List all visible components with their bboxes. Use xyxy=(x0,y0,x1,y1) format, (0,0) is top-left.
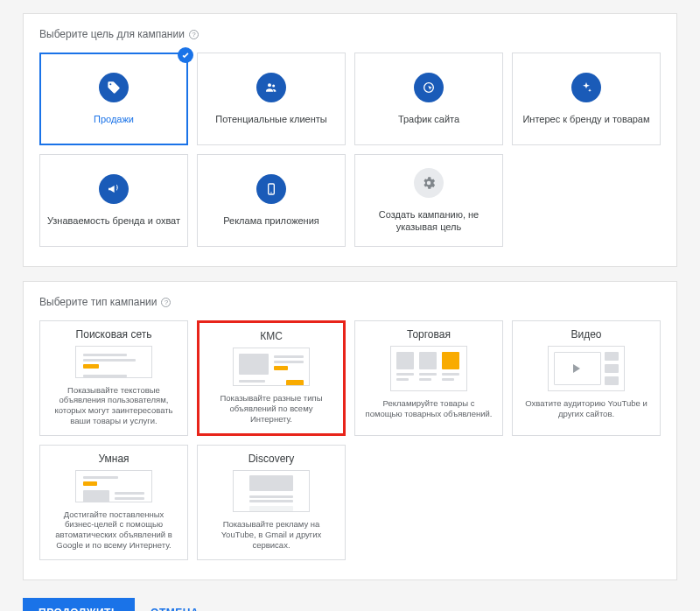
types-title-text: Выберите тип кампании xyxy=(39,296,157,308)
sparkle-icon xyxy=(571,73,601,102)
goal-card[interactable]: Потенциальные клиенты xyxy=(197,53,346,145)
campaign-type-card[interactable]: УмнаяДостигайте поставленных бизнес-целе… xyxy=(39,445,188,560)
campaign-type-card[interactable]: DiscoveryПоказывайте рекламу на YouTube,… xyxy=(197,445,346,560)
goals-panel: Выберите цель для кампании ? ПродажиПоте… xyxy=(23,13,677,267)
megaphone-icon xyxy=(99,174,129,204)
type-description: Показывайте рекламу на YouTube, в Gmail … xyxy=(206,519,336,551)
type-thumbnail xyxy=(548,346,625,391)
campaign-type-card[interactable]: ВидеоОхватите аудиторию YouTube и других… xyxy=(512,320,661,436)
check-icon xyxy=(178,47,193,63)
campaign-type-card[interactable]: ТорговаяРекламируйте товары с помощью то… xyxy=(354,320,503,436)
goal-card[interactable]: Интерес к бренду и товарам xyxy=(512,53,661,145)
type-title: Видео xyxy=(570,328,601,341)
cancel-button[interactable]: ОТМЕНА xyxy=(150,607,199,611)
goal-card[interactable]: Создать кампанию, не указывая цель xyxy=(354,154,503,247)
goal-card[interactable]: Узнаваемость бренда и охват xyxy=(39,154,188,247)
footer: ПРОДОЛЖИТЬ ОТМЕНА xyxy=(23,594,677,611)
goal-label: Создать кампанию, не указывая цель xyxy=(360,208,497,234)
type-title: КМС xyxy=(260,330,283,342)
type-title: Discovery xyxy=(248,453,295,465)
type-thumbnail xyxy=(75,346,152,377)
goal-card[interactable]: Продажи xyxy=(39,53,188,145)
type-thumbnail xyxy=(233,348,310,386)
types-panel-title: Выберите тип кампании ? xyxy=(39,296,661,308)
type-description: Показывайте текстовые объявления пользов… xyxy=(49,385,178,427)
goal-label: Реклама приложения xyxy=(223,214,319,227)
app-icon xyxy=(256,174,286,204)
cursor-icon xyxy=(414,73,444,102)
campaign-type-card[interactable]: Поисковая сетьПоказывайте текстовые объя… xyxy=(39,320,188,436)
goal-label: Интерес к бренду и товарам xyxy=(522,113,649,125)
people-icon xyxy=(256,73,286,102)
continue-button[interactable]: ПРОДОЛЖИТЬ xyxy=(23,598,135,611)
types-grid: Поисковая сетьПоказывайте текстовые объя… xyxy=(39,320,661,560)
gear-icon xyxy=(414,168,444,198)
svg-point-1 xyxy=(272,84,275,87)
type-title: Торговая xyxy=(407,328,451,341)
goal-card[interactable]: Трафик сайта xyxy=(354,53,503,145)
type-description: Показывайте разные типы объявлений по вс… xyxy=(208,393,334,425)
goal-label: Трафик сайта xyxy=(398,113,459,125)
help-icon[interactable]: ? xyxy=(161,298,171,307)
goal-label: Потенциальные клиенты xyxy=(215,113,326,125)
goals-grid: ПродажиПотенциальные клиентыТрафик сайта… xyxy=(39,53,661,247)
campaign-type-card[interactable]: КМСПоказывайте разные типы объявлений по… xyxy=(197,320,346,436)
type-title: Умная xyxy=(98,453,129,465)
types-panel: Выберите тип кампании ? Поисковая сетьПо… xyxy=(23,281,677,580)
type-title: Поисковая сеть xyxy=(76,328,152,341)
tag-icon xyxy=(99,73,129,102)
type-description: Достигайте поставленных бизнес-целей с п… xyxy=(49,509,178,551)
type-thumbnail xyxy=(75,470,152,502)
type-thumbnail xyxy=(390,346,467,391)
goal-label: Узнаваемость бренда и охват xyxy=(47,214,180,227)
type-thumbnail xyxy=(233,470,310,512)
goal-card[interactable]: Реклама приложения xyxy=(197,154,346,247)
help-icon[interactable]: ? xyxy=(189,30,199,39)
svg-point-4 xyxy=(270,192,271,193)
type-description: Рекламируйте товары с помощью товарных о… xyxy=(364,398,494,419)
goals-panel-title: Выберите цель для кампании ? xyxy=(39,28,661,40)
svg-point-0 xyxy=(268,83,271,87)
goals-title-text: Выберите цель для кампании xyxy=(39,28,185,40)
goal-label: Продажи xyxy=(94,113,134,125)
type-description: Охватите аудиторию YouTube и других сайт… xyxy=(522,398,651,419)
